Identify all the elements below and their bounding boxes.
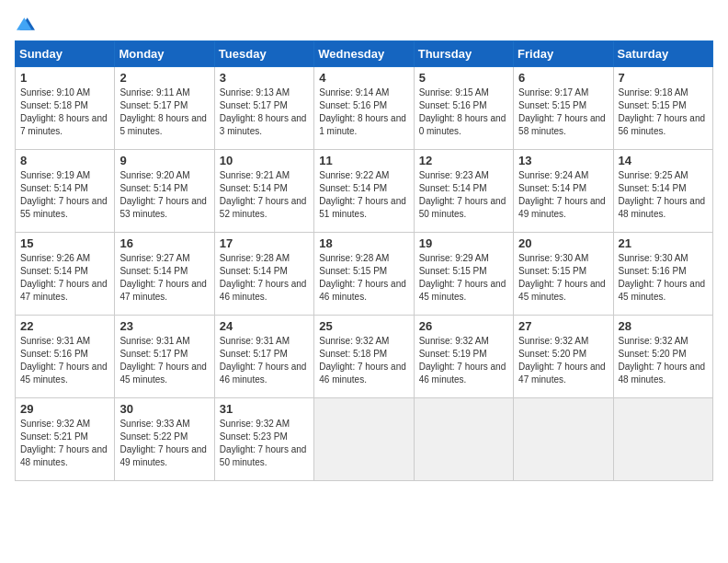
calendar-cell: 13Sunrise: 9:24 AMSunset: 5:14 PMDayligh… [514, 150, 613, 233]
day-detail: Sunrise: 9:25 AMSunset: 5:14 PMDaylight:… [619, 169, 708, 221]
calendar-cell [314, 398, 414, 481]
calendar-week-row: 8Sunrise: 9:19 AMSunset: 5:14 PMDaylight… [16, 150, 713, 233]
day-number: 9 [119, 154, 209, 167]
day-number: 29 [20, 402, 109, 416]
day-detail: Sunrise: 9:22 AMSunset: 5:14 PMDaylight:… [319, 169, 408, 221]
day-number: 19 [419, 236, 508, 250]
day-detail: Sunrise: 9:18 AMSunset: 5:15 PMDaylight:… [619, 86, 708, 138]
day-detail: Sunrise: 9:17 AMSunset: 5:15 PMDaylight:… [518, 86, 608, 138]
day-detail: Sunrise: 9:32 AMSunset: 5:20 PMDaylight:… [619, 335, 708, 386]
day-number: 5 [419, 71, 508, 85]
day-number: 31 [220, 402, 309, 416]
day-number: 18 [319, 236, 408, 250]
day-number: 13 [518, 154, 608, 167]
day-detail: Sunrise: 9:23 AMSunset: 5:14 PMDaylight:… [419, 169, 508, 221]
calendar-day-header: Tuesday [214, 41, 313, 67]
calendar-cell: 14Sunrise: 9:25 AMSunset: 5:14 PMDayligh… [613, 150, 712, 233]
calendar-cell: 10Sunrise: 9:21 AMSunset: 5:14 PMDayligh… [214, 150, 313, 233]
calendar-cell [414, 398, 513, 481]
calendar-cell: 24Sunrise: 9:31 AMSunset: 5:17 PMDayligh… [214, 316, 313, 398]
day-number: 2 [119, 71, 209, 85]
calendar-table: SundayMondayTuesdayWednesdayThursdayFrid… [15, 40, 713, 481]
day-number: 3 [220, 71, 309, 85]
calendar-cell: 20Sunrise: 9:30 AMSunset: 5:15 PMDayligh… [514, 233, 613, 316]
day-number: 15 [20, 236, 109, 250]
day-number: 6 [518, 71, 608, 85]
calendar-cell [514, 398, 613, 481]
day-detail: Sunrise: 9:19 AMSunset: 5:14 PMDaylight:… [20, 169, 109, 221]
calendar-cell: 29Sunrise: 9:32 AMSunset: 5:21 PMDayligh… [16, 398, 115, 481]
day-number: 22 [20, 319, 109, 333]
day-number: 25 [319, 319, 408, 333]
calendar-week-row: 22Sunrise: 9:31 AMSunset: 5:16 PMDayligh… [16, 316, 713, 398]
calendar-day-header: Monday [115, 41, 214, 67]
day-detail: Sunrise: 9:26 AMSunset: 5:14 PMDaylight:… [20, 252, 109, 304]
day-detail: Sunrise: 9:28 AMSunset: 5:14 PMDaylight:… [220, 252, 309, 304]
day-number: 24 [220, 319, 309, 333]
calendar-day-header: Wednesday [314, 41, 414, 67]
day-number: 10 [220, 154, 309, 167]
calendar-cell: 16Sunrise: 9:27 AMSunset: 5:14 PMDayligh… [115, 233, 214, 316]
calendar-day-header: Saturday [613, 41, 712, 67]
calendar-cell: 18Sunrise: 9:28 AMSunset: 5:15 PMDayligh… [314, 233, 414, 316]
calendar-cell: 4Sunrise: 9:14 AMSunset: 5:16 PMDaylight… [314, 67, 414, 150]
calendar-day-header: Friday [514, 41, 613, 67]
day-detail: Sunrise: 9:10 AMSunset: 5:18 PMDaylight:… [20, 86, 109, 138]
calendar-cell: 26Sunrise: 9:32 AMSunset: 5:19 PMDayligh… [414, 316, 513, 398]
calendar-week-row: 29Sunrise: 9:32 AMSunset: 5:21 PMDayligh… [16, 398, 713, 481]
day-number: 28 [619, 319, 708, 333]
day-detail: Sunrise: 9:20 AMSunset: 5:14 PMDaylight:… [119, 169, 209, 221]
calendar-cell: 23Sunrise: 9:31 AMSunset: 5:17 PMDayligh… [115, 316, 214, 398]
day-detail: Sunrise: 9:32 AMSunset: 5:20 PMDaylight:… [518, 335, 608, 386]
day-number: 7 [619, 71, 708, 85]
calendar-cell: 12Sunrise: 9:23 AMSunset: 5:14 PMDayligh… [414, 150, 513, 233]
day-number: 8 [20, 154, 109, 167]
calendar-cell: 9Sunrise: 9:20 AMSunset: 5:14 PMDaylight… [115, 150, 214, 233]
logo [15, 15, 35, 29]
day-number: 23 [119, 319, 209, 333]
calendar-cell: 19Sunrise: 9:29 AMSunset: 5:15 PMDayligh… [414, 233, 513, 316]
day-detail: Sunrise: 9:31 AMSunset: 5:17 PMDaylight:… [220, 335, 309, 386]
calendar-cell: 7Sunrise: 9:18 AMSunset: 5:15 PMDaylight… [613, 67, 712, 150]
calendar-cell: 6Sunrise: 9:17 AMSunset: 5:15 PMDaylight… [514, 67, 613, 150]
calendar-cell: 3Sunrise: 9:13 AMSunset: 5:17 PMDaylight… [214, 67, 313, 150]
day-detail: Sunrise: 9:32 AMSunset: 5:18 PMDaylight:… [319, 335, 408, 386]
logo-icon [17, 15, 35, 33]
calendar-cell: 31Sunrise: 9:32 AMSunset: 5:23 PMDayligh… [214, 398, 313, 481]
calendar-cell: 2Sunrise: 9:11 AMSunset: 5:17 PMDaylight… [115, 67, 214, 150]
calendar-cell: 17Sunrise: 9:28 AMSunset: 5:14 PMDayligh… [214, 233, 313, 316]
day-detail: Sunrise: 9:15 AMSunset: 5:16 PMDaylight:… [419, 86, 508, 138]
day-number: 20 [518, 236, 608, 250]
day-detail: Sunrise: 9:32 AMSunset: 5:21 PMDaylight:… [20, 418, 109, 469]
day-detail: Sunrise: 9:30 AMSunset: 5:15 PMDaylight:… [518, 252, 608, 304]
calendar-day-header: Thursday [414, 41, 513, 67]
calendar-week-row: 15Sunrise: 9:26 AMSunset: 5:14 PMDayligh… [16, 233, 713, 316]
calendar-cell: 25Sunrise: 9:32 AMSunset: 5:18 PMDayligh… [314, 316, 414, 398]
calendar-week-row: 1Sunrise: 9:10 AMSunset: 5:18 PMDaylight… [16, 67, 713, 150]
calendar-cell: 11Sunrise: 9:22 AMSunset: 5:14 PMDayligh… [314, 150, 414, 233]
day-number: 21 [619, 236, 708, 250]
day-detail: Sunrise: 9:11 AMSunset: 5:17 PMDaylight:… [119, 86, 209, 138]
day-number: 27 [518, 319, 608, 333]
calendar-day-header: Sunday [16, 41, 115, 67]
day-number: 12 [419, 154, 508, 167]
day-detail: Sunrise: 9:21 AMSunset: 5:14 PMDaylight:… [220, 169, 309, 221]
day-number: 1 [20, 71, 109, 85]
calendar-body: 1Sunrise: 9:10 AMSunset: 5:18 PMDaylight… [16, 67, 713, 481]
day-number: 30 [119, 402, 209, 416]
calendar-cell: 27Sunrise: 9:32 AMSunset: 5:20 PMDayligh… [514, 316, 613, 398]
calendar-cell: 1Sunrise: 9:10 AMSunset: 5:18 PMDaylight… [16, 67, 115, 150]
calendar-cell: 8Sunrise: 9:19 AMSunset: 5:14 PMDaylight… [16, 150, 115, 233]
day-detail: Sunrise: 9:31 AMSunset: 5:17 PMDaylight:… [119, 335, 209, 386]
day-detail: Sunrise: 9:28 AMSunset: 5:15 PMDaylight:… [319, 252, 408, 304]
day-detail: Sunrise: 9:32 AMSunset: 5:23 PMDaylight:… [220, 418, 309, 469]
calendar-cell: 28Sunrise: 9:32 AMSunset: 5:20 PMDayligh… [613, 316, 712, 398]
calendar-header-row: SundayMondayTuesdayWednesdayThursdayFrid… [16, 41, 713, 67]
calendar-cell [613, 398, 712, 481]
day-number: 4 [319, 71, 408, 85]
page-header [15, 15, 713, 29]
calendar-cell: 15Sunrise: 9:26 AMSunset: 5:14 PMDayligh… [16, 233, 115, 316]
day-detail: Sunrise: 9:27 AMSunset: 5:14 PMDaylight:… [119, 252, 209, 304]
day-detail: Sunrise: 9:24 AMSunset: 5:14 PMDaylight:… [518, 169, 608, 221]
day-detail: Sunrise: 9:30 AMSunset: 5:16 PMDaylight:… [619, 252, 708, 304]
